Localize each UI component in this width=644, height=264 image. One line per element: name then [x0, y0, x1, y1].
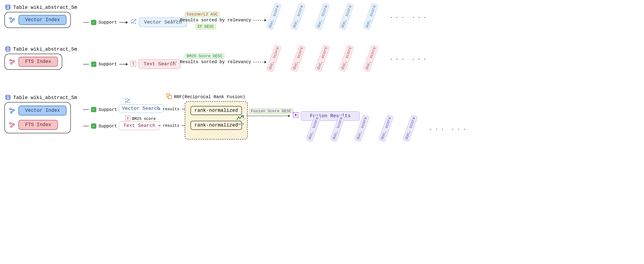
- svg-point-20: [6, 47, 10, 48]
- vector-index-pill-2: Vector Index: [18, 106, 66, 116]
- svg-point-35: [10, 108, 12, 110]
- dashed-square-icon: [292, 112, 299, 119]
- svg-line-5: [12, 20, 13, 21]
- fts-index-pill: FTS Index: [18, 57, 58, 67]
- dashed-line: [171, 60, 178, 64]
- svg-point-55: [127, 102, 128, 102]
- svg-point-0: [6, 5, 10, 6]
- ellipsis: . . .: [429, 126, 444, 131]
- ellipsis: . . .: [390, 56, 404, 61]
- dashed-line: [171, 19, 178, 22]
- svg-line-25: [12, 62, 13, 63]
- svg-line-44: [12, 125, 13, 126]
- ranx-logo: ranx: [236, 114, 244, 126]
- table-name-2: Table wiki_abstract_5m: [13, 47, 77, 52]
- svg-rect-67: [168, 96, 172, 99]
- support-label-3b: Support: [98, 124, 117, 129]
- svg-point-21: [10, 59, 12, 61]
- results-label-a: results: [163, 107, 180, 111]
- results-label-b: results: [163, 124, 180, 128]
- cosine-tag: Cosine/L2 ASC: [185, 12, 220, 17]
- doc-card: doc, score: [330, 114, 345, 142]
- doc-card: doc, score: [363, 45, 378, 72]
- svg-line-24: [11, 60, 13, 61]
- table-name-3: Table wiki_abstract_5m: [13, 95, 77, 100]
- doc-card: doc, score: [314, 3, 330, 30]
- svg-point-1: [10, 18, 12, 19]
- doc-card: doc, score: [363, 3, 378, 30]
- rrf-title: RRF(Reciprocal Rank Fusion): [174, 94, 245, 100]
- svg-point-40: [10, 122, 12, 124]
- table-box-combined: Vector Index FTS Index: [4, 102, 71, 133]
- rank-normalized-b: rank-normalized: [190, 121, 242, 130]
- svg-point-51: [125, 99, 126, 100]
- line-connector: [83, 108, 89, 111]
- svg-line-4: [11, 19, 13, 19]
- svg-marker-8: [126, 21, 128, 24]
- svg-point-10: [132, 19, 133, 20]
- svg-point-34: [6, 95, 10, 96]
- doc-card: doc, score: [266, 45, 282, 72]
- scatter-icon: [130, 18, 137, 26]
- database-icon: [5, 94, 11, 101]
- line-connector: [83, 63, 89, 66]
- support-label-3a: Support: [98, 107, 117, 112]
- graph-icon: [9, 58, 16, 65]
- text-search-box-2: Text Search: [119, 122, 160, 130]
- line-connector: [158, 124, 160, 127]
- text-t-icon: T: [125, 115, 131, 122]
- vector-search-box-2: Vector Search: [119, 104, 163, 113]
- line-connector: [83, 21, 89, 24]
- doc-card: doc, score: [306, 114, 321, 142]
- graph-icon: [9, 17, 16, 23]
- group-icon: [166, 93, 172, 100]
- check-icon: ✓: [91, 124, 96, 129]
- ellipsis: . . .: [412, 14, 426, 19]
- ip-tag: IP DESC: [195, 24, 216, 30]
- svg-point-22: [13, 60, 15, 62]
- support-label-1: Support: [98, 20, 117, 25]
- svg-point-2: [13, 18, 15, 20]
- svg-text:T: T: [127, 116, 129, 120]
- check-icon: ✓: [91, 20, 96, 25]
- line-connector: [83, 124, 89, 128]
- check-icon: ✓: [91, 62, 96, 67]
- table-header-3: Table wiki_abstract_5m: [5, 94, 640, 101]
- rrf-box: rank-normalized rank-normalized ranx: [185, 101, 248, 140]
- svg-marker-28: [126, 63, 128, 66]
- graph-icon: [9, 122, 16, 128]
- ellipsis: . . .: [390, 14, 404, 19]
- svg-line-43: [11, 124, 13, 124]
- ellipsis: . . .: [451, 126, 466, 131]
- table-box-fts: FTS Index: [4, 54, 62, 70]
- svg-point-52: [126, 98, 127, 99]
- svg-point-14: [135, 23, 136, 24]
- svg-line-39: [12, 111, 13, 112]
- check-icon: ✓: [91, 107, 96, 112]
- fusion-score-tag: Fusion Score DESC: [249, 108, 294, 114]
- svg-point-36: [13, 109, 15, 111]
- vector-index-pill: Vector Index: [18, 15, 66, 25]
- doc-card: doc, score: [266, 3, 282, 30]
- doc-card: doc, score: [290, 3, 306, 30]
- table-box-vector: Vector Index: [4, 12, 71, 28]
- doc-card: doc, score: [339, 3, 354, 30]
- results-sorted-2: Results sorted by relevancy: [180, 60, 251, 64]
- svg-point-56: [129, 102, 130, 103]
- text-t-icon: T: [130, 60, 136, 68]
- database-icon: [5, 4, 11, 10]
- svg-point-13: [133, 22, 134, 23]
- svg-point-9: [131, 20, 132, 21]
- svg-rect-71: [295, 114, 296, 116]
- doc-card: doc, score: [339, 45, 354, 72]
- doc-card: doc, score: [378, 114, 394, 142]
- svg-point-41: [13, 124, 15, 125]
- table-name-1: Table wiki_abstract_5m: [13, 5, 77, 10]
- rank-normalized-a: rank-normalized: [190, 106, 242, 115]
- bm25-score-label: BM25 score: [132, 116, 156, 121]
- arrow-icon: [119, 21, 128, 24]
- line-connector: [158, 108, 160, 111]
- doc-card: doc, score: [354, 114, 370, 142]
- doc-card: doc, score: [314, 45, 330, 72]
- graph-icon: [9, 107, 16, 114]
